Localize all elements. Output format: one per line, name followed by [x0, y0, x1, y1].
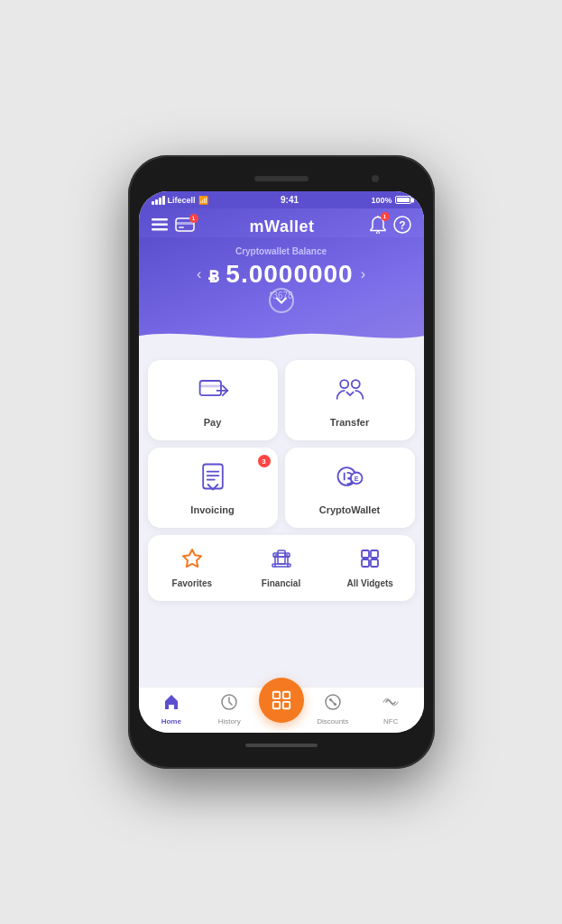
balance-amount: Ƀ 5.0000000: [208, 260, 353, 289]
carrier-name: Lifecell: [168, 196, 196, 205]
svg-rect-31: [272, 702, 279, 708]
app-title: mWallet: [250, 217, 315, 236]
balance-row: ‹ Ƀ 5.0000000 ›: [152, 260, 411, 289]
svg-point-7: [377, 216, 379, 217]
phone-device: Lifecell 📶 9:41 100%: [128, 155, 435, 769]
financial-icon: [271, 548, 292, 575]
main-content: Pay Transfer: [139, 347, 424, 687]
nav-nfc-label: NFC: [383, 717, 398, 725]
menu-icon[interactable]: [152, 218, 168, 235]
svg-rect-10: [199, 381, 220, 395]
svg-rect-1: [152, 224, 168, 226]
all-vidgets-icon: [359, 548, 381, 575]
phone-camera: [372, 175, 379, 182]
svg-rect-29: [272, 692, 279, 698]
phone-speaker: [254, 176, 309, 181]
grid-row-1: Pay Transfer: [148, 360, 415, 440]
balance-next-arrow[interactable]: ›: [361, 266, 365, 282]
favorites-label: Favorites: [172, 578, 212, 588]
svg-rect-24: [362, 550, 369, 558]
balance-currency: Ƀ: [208, 268, 226, 286]
pay-card[interactable]: Pay: [148, 360, 278, 440]
svg-rect-27: [371, 559, 378, 567]
transfer-card[interactable]: Transfer: [285, 360, 415, 440]
help-icon[interactable]: ?: [393, 216, 411, 237]
home-indicator: [245, 744, 318, 747]
pay-icon: [197, 373, 229, 411]
battery-percent: 100%: [371, 196, 392, 205]
svg-rect-4: [176, 222, 194, 225]
expand-button[interactable]: [269, 288, 294, 313]
cryptowallet-icon: E: [334, 460, 366, 499]
svg-text:E: E: [354, 475, 358, 483]
balance-section: Cryptowallet Balance ‹ Ƀ 5.0000000 › *36…: [139, 237, 424, 347]
status-right: 100%: [371, 196, 410, 205]
financial-label: Financial: [262, 578, 300, 588]
header-right: 1 ?: [370, 216, 411, 237]
nfc-icon: [382, 693, 400, 716]
invoicing-card[interactable]: 3 Invoicing: [148, 448, 278, 528]
signal-bars: [152, 196, 165, 205]
home-icon: [162, 693, 180, 716]
transfer-icon: [334, 373, 366, 411]
history-icon: [220, 693, 238, 716]
phone-top-bar: [139, 166, 424, 191]
pay-label: Pay: [204, 417, 222, 428]
cryptowallet-card[interactable]: E CryptoWallet: [285, 448, 415, 528]
svg-rect-26: [362, 559, 369, 567]
phone-bottom: [139, 733, 424, 758]
cryptowallet-label: CryptoWallet: [319, 504, 380, 515]
nav-discounts[interactable]: Discounts: [304, 693, 363, 725]
financial-item[interactable]: Financial: [236, 544, 326, 592]
card-icon[interactable]: 1: [175, 217, 195, 236]
svg-rect-11: [199, 385, 220, 388]
status-left: Lifecell 📶: [152, 196, 208, 205]
svg-point-6: [376, 232, 379, 235]
status-time: 9:41: [281, 195, 299, 205]
battery-icon: [395, 196, 411, 204]
invoicing-label: Invoicing: [190, 504, 234, 515]
favorites-item[interactable]: Favorites: [148, 544, 237, 592]
phone-screen: Lifecell 📶 9:41 100%: [139, 191, 424, 733]
all-vidgets-item[interactable]: All Vidgets: [326, 544, 415, 592]
nav-history[interactable]: History: [200, 693, 259, 725]
svg-point-36: [334, 703, 336, 706]
card-badge: 1: [189, 214, 198, 223]
balance-label: Cryptowallet Balance: [152, 246, 411, 256]
nav-discounts-label: Discounts: [317, 717, 348, 725]
favorites-icon: [181, 548, 203, 575]
notification-badge: 1: [381, 212, 390, 221]
all-vidgets-label: All Vidgets: [346, 578, 393, 588]
svg-text:?: ?: [399, 219, 405, 232]
svg-rect-25: [371, 550, 378, 558]
svg-rect-2: [152, 228, 168, 231]
svg-point-12: [340, 380, 348, 388]
svg-rect-30: [282, 692, 289, 698]
nav-nfc[interactable]: NFC: [362, 693, 420, 725]
wifi-icon: 📶: [198, 196, 208, 205]
svg-rect-32: [282, 702, 289, 708]
grid-row-2: 3 Invoicing: [148, 448, 415, 528]
nav-home-label: Home: [161, 717, 181, 725]
bottom-nav: Home History: [139, 687, 424, 733]
balance-prev-arrow[interactable]: ‹: [197, 266, 201, 282]
svg-point-35: [329, 698, 332, 701]
invoicing-badge: 3: [258, 455, 271, 467]
bottom-actions: Favorites Financial: [148, 535, 415, 601]
nav-history-label: History: [218, 717, 241, 725]
header-left: 1: [152, 217, 195, 236]
wave-svg: [139, 324, 424, 347]
notification-icon[interactable]: 1: [370, 216, 386, 237]
discounts-icon: [324, 693, 342, 716]
invoicing-icon: [197, 460, 229, 499]
svg-rect-0: [152, 218, 168, 221]
app-header: 1 mWallet 1 ?: [139, 208, 424, 237]
scan-button[interactable]: [259, 678, 304, 723]
svg-point-13: [351, 380, 359, 388]
svg-rect-5: [179, 226, 184, 228]
transfer-label: Transfer: [330, 417, 369, 428]
status-bar: Lifecell 📶 9:41 100%: [139, 191, 424, 208]
nav-home[interactable]: Home: [143, 693, 201, 725]
